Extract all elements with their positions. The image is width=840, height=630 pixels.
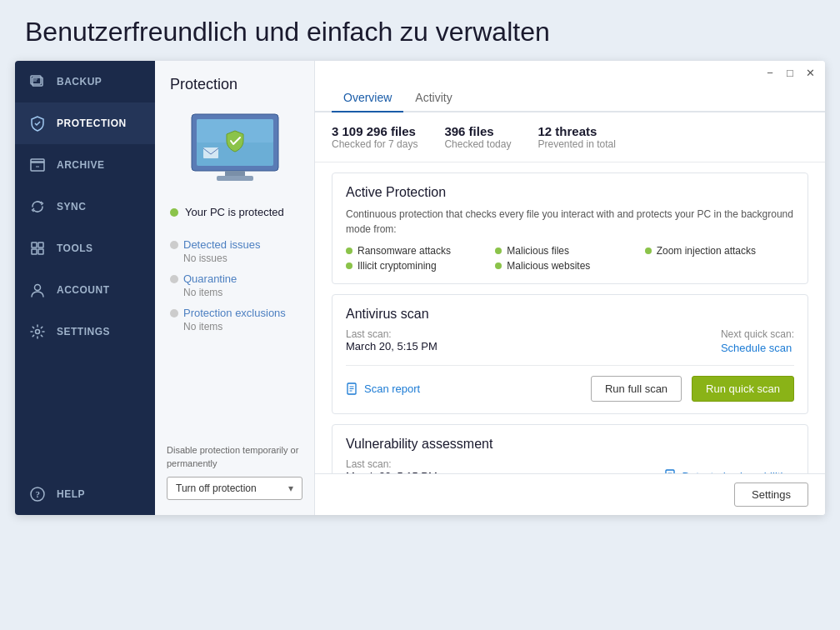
feature-label-ransomware: Ransomware attacks xyxy=(358,245,451,257)
scan-report-text: Scan report xyxy=(364,382,420,395)
svg-rect-19 xyxy=(217,176,253,181)
last-scan-value: March 20, 5:15 PM xyxy=(346,340,438,352)
vulnerability-section: Vulnerability assessment Last scan: Marc… xyxy=(332,424,808,473)
run-quick-scan-button[interactable]: Run quick scan xyxy=(692,376,794,402)
sidebar: BACKUP PROTECTION ARCHIVE xyxy=(15,61,155,515)
sidebar-item-help[interactable]: ? HELP xyxy=(15,473,155,515)
protection-icon xyxy=(28,114,47,132)
svg-rect-8 xyxy=(38,242,43,248)
feature-label-malicious-files: Malicious files xyxy=(507,245,569,257)
subnav-label-issues: Detected issues xyxy=(183,238,261,251)
vulnerability-title: Vulnerability assessment xyxy=(346,437,794,452)
scan-info: Last scan: March 20, 5:15 PM Next quick … xyxy=(346,328,794,355)
turn-off-label: Turn off protection xyxy=(176,482,257,494)
tabs: Overview Activity xyxy=(315,84,825,112)
bottom-bar: Settings xyxy=(315,473,825,515)
last-scan-block: Last scan: March 20, 5:15 PM xyxy=(346,328,438,355)
run-full-scan-button[interactable]: Run full scan xyxy=(591,376,682,402)
tab-overview[interactable]: Overview xyxy=(332,84,403,112)
tools-icon xyxy=(28,239,47,258)
stat-value-files-7days: 3 109 296 files xyxy=(332,124,418,138)
feature-dot-zoom xyxy=(645,248,652,254)
protected-status: Your PC is protected xyxy=(155,202,314,232)
active-protection-desc: Continuous protection that checks every … xyxy=(346,207,794,237)
stat-files-today: 396 files Checked today xyxy=(444,124,511,150)
scan-report-link[interactable]: Scan report xyxy=(346,382,420,396)
sidebar-label-protection: PROTECTION xyxy=(57,118,127,129)
stat-label-threats: Prevented in total xyxy=(538,138,615,150)
sidebar-item-account[interactable]: ACCOUNT xyxy=(15,269,155,311)
sidebar-label-settings: SETTINGS xyxy=(57,326,110,338)
feature-label-websites: Malicious websites xyxy=(507,260,590,272)
sidebar-item-sync[interactable]: SYNC xyxy=(15,186,155,228)
svg-rect-10 xyxy=(38,249,43,254)
close-button[interactable]: ✕ xyxy=(803,66,817,79)
sidebar-item-tools[interactable]: TOOLS xyxy=(15,228,155,269)
turn-off-area: Disable protection temporarily or perman… xyxy=(155,432,314,515)
subnav-dot-exclusions xyxy=(170,309,178,318)
subnav-quarantine[interactable]: Quarantine No items xyxy=(155,266,314,300)
turn-off-button[interactable]: Turn off protection ▾ xyxy=(167,477,302,500)
vuln-scan-info: Last scan: March 20, 5:15 PM Detected vu… xyxy=(346,458,794,473)
subnav-detected-issues[interactable]: Detected issues No issues xyxy=(155,232,314,266)
svg-rect-9 xyxy=(32,249,37,254)
feature-dot-cryptomining xyxy=(346,262,352,269)
left-panel: Protection Your PC is xyxy=(155,61,315,515)
feature-dot-ransomware xyxy=(346,248,352,254)
vuln-last-scan-label: Last scan: xyxy=(346,458,438,470)
help-icon: ? xyxy=(28,485,47,503)
sidebar-item-protection[interactable]: PROTECTION xyxy=(15,102,155,144)
sidebar-label-account: ACCOUNT xyxy=(57,284,110,296)
feature-malicious-websites: Malicious websites xyxy=(495,260,644,272)
subnav-exclusions[interactable]: Protection exclusions No items xyxy=(155,300,314,334)
sidebar-label-tools: TOOLS xyxy=(57,242,93,254)
sync-icon xyxy=(28,198,47,216)
settings-button[interactable]: Settings xyxy=(734,482,808,507)
scan-actions: Scan report Run full scan Run quick scan xyxy=(346,365,794,402)
active-protection-section: Active Protection Continuous protection … xyxy=(332,172,808,284)
next-scan-block: Next quick scan: Schedule scan xyxy=(721,328,794,355)
main-content: Active Protection Continuous protection … xyxy=(315,162,825,473)
page-title: Benutzerfreundlich und einfach zu verwal… xyxy=(0,0,840,61)
stats-bar: 3 109 296 files Checked for 7 days 396 f… xyxy=(315,112,825,162)
vuln-last-scan-block: Last scan: March 20, 5:15 PM xyxy=(346,458,438,473)
report-icon xyxy=(346,382,359,396)
sidebar-item-backup[interactable]: BACKUP xyxy=(15,61,155,102)
subnav-sub-issues: No issues xyxy=(170,252,299,264)
feature-dot-websites xyxy=(495,262,502,269)
stat-threats: 12 threats Prevented in total xyxy=(538,124,615,150)
status-dot xyxy=(170,208,178,217)
sidebar-label-sync: SYNC xyxy=(57,201,86,212)
main-panel: − □ ✕ Overview Activity 3 109 296 files … xyxy=(315,61,825,515)
maximize-button[interactable]: □ xyxy=(783,66,797,79)
archive-icon xyxy=(28,156,47,174)
feature-ransomware: Ransomware attacks xyxy=(346,245,495,257)
antivirus-scan-section: Antivirus scan Last scan: March 20, 5:15… xyxy=(332,294,808,414)
sidebar-label-archive: ARCHIVE xyxy=(57,159,105,171)
subnav-label-quarantine: Quarantine xyxy=(183,272,237,285)
stat-files-7days: 3 109 296 files Checked for 7 days xyxy=(332,124,418,150)
svg-text:?: ? xyxy=(36,489,41,499)
subnav-sub-exclusions: No items xyxy=(170,321,299,332)
next-scan-label: Next quick scan: xyxy=(721,328,794,340)
svg-rect-5 xyxy=(31,159,44,162)
sidebar-item-settings[interactable]: SETTINGS xyxy=(15,311,155,352)
sidebar-item-archive[interactable]: ARCHIVE xyxy=(15,144,155,186)
subnav-dot-issues xyxy=(170,241,178,249)
svg-rect-20 xyxy=(203,148,218,158)
subnav-sub-quarantine: No items xyxy=(170,287,299,298)
stat-label-files-today: Checked today xyxy=(444,138,511,150)
stat-value-files-today: 396 files xyxy=(444,124,511,138)
tab-activity[interactable]: Activity xyxy=(403,84,463,112)
svg-point-12 xyxy=(36,330,40,334)
left-panel-title: Protection xyxy=(155,61,314,103)
monitor-area xyxy=(155,103,314,202)
sidebar-bottom: ? HELP xyxy=(15,473,155,515)
minimize-button[interactable]: − xyxy=(763,66,777,79)
svg-point-11 xyxy=(35,285,41,291)
active-protection-title: Active Protection xyxy=(346,185,794,200)
subnav-dot-quarantine xyxy=(170,275,178,283)
stat-value-threats: 12 threats xyxy=(538,124,615,138)
schedule-scan-link[interactable]: Schedule scan xyxy=(721,342,792,354)
turn-off-desc: Disable protection temporarily or perman… xyxy=(167,444,302,470)
